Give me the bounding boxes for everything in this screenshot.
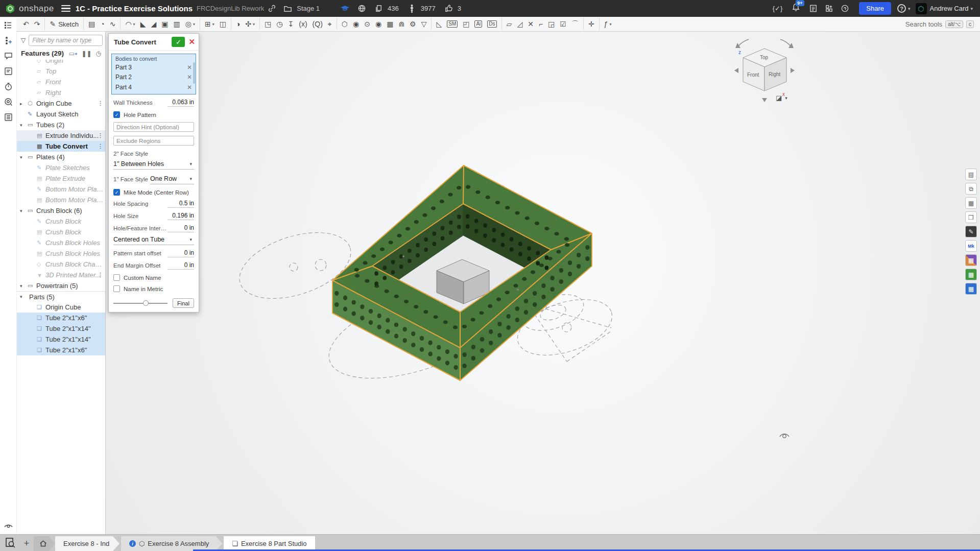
grid-green-icon[interactable] xyxy=(965,269,977,280)
suppress-pause-icon[interactable]: ❚❚ xyxy=(81,50,91,57)
copy-icon[interactable] xyxy=(965,183,977,195)
remove-body-icon[interactable]: ✕ xyxy=(187,64,192,71)
document-tab[interactable]: Exercise 8 Part Studio xyxy=(224,536,315,551)
final-button[interactable]: Final xyxy=(173,298,194,308)
home-tab[interactable] xyxy=(34,536,55,551)
flange-icon[interactable]: ◰ xyxy=(460,18,472,30)
linear-pattern-icon[interactable]: ⊞ ▾ xyxy=(200,18,217,30)
mirror-icon[interactable]: ◫ xyxy=(217,18,229,30)
enclose-icon[interactable]: ⬡ xyxy=(337,18,350,30)
feature-tree-row[interactable]: Tubes (2) xyxy=(17,119,105,130)
feature-tree-row[interactable]: Origin xyxy=(17,60,105,66)
centered-on-tube-select[interactable]: Centered on Tube▾ xyxy=(113,235,194,245)
remove-body-icon[interactable]: ✕ xyxy=(187,74,192,81)
copies-icon[interactable] xyxy=(374,4,383,13)
feature-list-icon[interactable] xyxy=(4,20,13,30)
chamfer-icon[interactable]: ◣ xyxy=(138,18,149,30)
visibility-eye-icon[interactable] xyxy=(778,429,791,442)
feature-tree-row[interactable]: Crush Block Holes xyxy=(17,237,105,248)
feature-tree-row[interactable]: Parts (5) xyxy=(17,291,105,302)
preview-slider[interactable] xyxy=(113,303,168,304)
feature-tree-row[interactable]: Plate Sketches xyxy=(17,162,105,173)
search-version-icon[interactable] xyxy=(4,97,13,107)
feature-tree-row[interactable]: Plates (4) xyxy=(17,152,105,162)
hole-spacing-input[interactable]: 0.5 in xyxy=(168,200,194,208)
bodies-to-convert-list[interactable]: Bodies to convert Part 3 ✕ Part 2 ✕ Part… xyxy=(111,54,196,94)
custom-feature-icon[interactable]: ◉ xyxy=(350,18,362,30)
model-scene[interactable] xyxy=(106,32,980,534)
transform-icon[interactable]: ✣ ▾ xyxy=(243,18,257,30)
mkcad-icon[interactable]: Mk xyxy=(965,240,977,252)
custom-feature-icon-2[interactable]: ◉ xyxy=(373,18,384,30)
notes-icon[interactable] xyxy=(4,66,13,76)
expander-icon[interactable] xyxy=(20,208,28,213)
feature-tree-row[interactable]: Origin Cube xyxy=(17,302,105,313)
plane-icon[interactable]: ◳ xyxy=(259,18,274,30)
expander-icon[interactable] xyxy=(20,155,28,160)
remove-body-icon[interactable]: ✕ xyxy=(187,84,192,91)
rotate-down-triangle-icon[interactable] xyxy=(762,98,767,102)
document-tab[interactable]: i Exercise 8 Assembly xyxy=(121,536,222,551)
filter-feature-icon[interactable]: ▽ xyxy=(419,18,429,30)
view-options-button[interactable]: ◪▾ xyxy=(776,94,790,102)
feature-tree-row[interactable]: Right xyxy=(17,87,105,98)
overflow-dots-icon[interactable]: ⋮ xyxy=(98,143,103,150)
origin-crosshair-icon[interactable]: ✛ xyxy=(583,18,597,30)
feature-tree-row[interactable]: Bottom Motor Plate Ske... xyxy=(17,184,105,195)
public-globe-icon[interactable] xyxy=(357,4,366,13)
checkbox-checked-icon[interactable] xyxy=(113,189,120,196)
rotate-left-arrow-icon[interactable] xyxy=(738,39,749,46)
hole-pattern-checkbox[interactable]: Hole Pattern xyxy=(113,111,194,118)
box-icon[interactable] xyxy=(965,211,977,223)
mate-connector-icon[interactable]: ⌖ xyxy=(325,18,334,30)
body-item[interactable]: Part 5 ✕ xyxy=(112,92,196,95)
feature-tree-row[interactable]: Crush Block xyxy=(17,227,105,237)
direction-hint-input[interactable] xyxy=(113,122,194,132)
gear-icon[interactable]: ⚙ xyxy=(407,18,419,30)
wrap-icon[interactable]: ▥ xyxy=(171,18,182,30)
learning-icon[interactable] xyxy=(841,4,849,13)
revolve-icon[interactable]: ◔ xyxy=(98,18,107,30)
search-tools-label[interactable]: Search tools xyxy=(905,20,942,28)
bom-icon[interactable] xyxy=(4,112,13,122)
sheet-metal-icon[interactable]: SM xyxy=(444,18,460,30)
custom-name-checkbox[interactable]: Custom Name xyxy=(113,274,194,281)
share-button[interactable]: Share xyxy=(859,2,891,15)
notifications-bell-icon[interactable]: 9+ xyxy=(792,3,800,14)
derived-icon[interactable]: ▦ xyxy=(384,18,396,30)
render-preview-icon[interactable] xyxy=(4,520,13,530)
frame-icon[interactable]: ▱ xyxy=(501,18,515,30)
grid-blue-icon[interactable] xyxy=(965,283,977,295)
feature-tree-row[interactable]: Layout Sketch xyxy=(17,109,105,119)
slider-thumb[interactable] xyxy=(143,300,149,306)
code-check-icon[interactable]: {✓} xyxy=(773,5,783,12)
expander-icon[interactable] xyxy=(20,294,28,299)
end-margin-offset-input[interactable]: 0 in xyxy=(168,261,194,270)
frame-trim-icon[interactable]: ⌐ xyxy=(536,18,545,30)
rotate-right-arrow-icon[interactable] xyxy=(780,39,791,46)
mike-mode-checkbox[interactable]: Mike Mode (Center Row) xyxy=(113,189,194,196)
ai-icon[interactable]: Ai xyxy=(472,18,485,30)
onshape-logo[interactable]: onshape xyxy=(5,4,54,14)
expander-icon[interactable] xyxy=(20,101,28,106)
filter-funnel-icon[interactable]: ▽ xyxy=(21,37,26,44)
palette-icon[interactable] xyxy=(965,254,977,266)
exclude-regions-input[interactable] xyxy=(113,136,194,146)
feature-tree-row[interactable]: Tube 2"x1"x14" xyxy=(17,334,105,345)
fillet-icon[interactable]: ◠ ▾ xyxy=(120,18,137,30)
body-item[interactable]: Part 4 ✕ xyxy=(112,82,196,92)
feature-tree-row[interactable]: Crush Block (6) xyxy=(17,205,105,216)
feature-tree-row[interactable]: Top xyxy=(17,66,105,77)
comment-icon[interactable] xyxy=(4,51,13,61)
tag-icon[interactable]: ☑ xyxy=(557,18,569,30)
import-icon[interactable]: ↧ xyxy=(285,18,297,30)
feature-tree-row[interactable]: Extrude Individu... ⋮ xyxy=(17,130,105,141)
link-icon[interactable] xyxy=(268,4,276,13)
overflow-dots-icon[interactable]: ⋮ xyxy=(98,132,103,139)
ds-icon[interactable]: Ds xyxy=(485,18,499,30)
variable-studio-icon[interactable]: (Q) xyxy=(310,18,325,30)
variable-icon[interactable]: (x) xyxy=(296,18,309,30)
bodies-scrollbar[interactable] xyxy=(193,62,195,84)
add-tab-button[interactable]: + xyxy=(19,536,34,551)
face2-style-select[interactable]: 1" Between Holes▾ xyxy=(113,159,194,170)
